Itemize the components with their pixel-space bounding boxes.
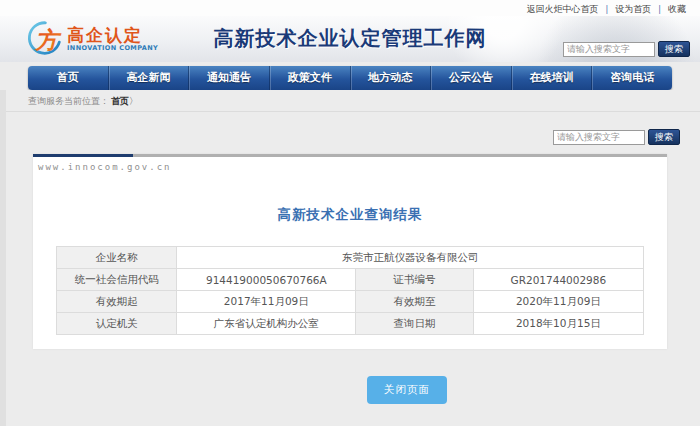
link-separator: | [658,5,661,14]
cell-valid-to-label: 有效期至 [356,291,473,313]
cell-credit-code-value: 91441900050670766A [177,269,356,291]
cell-valid-from-label: 有效期起 [57,291,177,313]
close-button-row: 关闭页面 [0,376,700,404]
link-set-homepage[interactable]: 设为首页 [615,4,651,14]
nav-item-policies[interactable]: 政策文件 [269,66,350,90]
content-search-row: 搜索 [0,112,700,145]
result-title: 高新技术企业查询结果 [33,206,667,224]
table-row: 企业名称 东莞市正航仪器设备有限公司 [57,247,644,269]
breadcrumb-current[interactable]: 首页 [111,96,129,106]
site-header: 方 高企认定 INNOVATION COMPANY 高新技术企业认定管理工作网 … [0,16,700,62]
nav-item-news[interactable]: 高企新闻 [108,66,189,90]
cell-credit-code-label: 统一社会信用代码 [57,269,177,291]
nav-item-notices[interactable]: 通知通告 [188,66,269,90]
breadcrumb-arrow: 〉 [129,96,138,106]
header-search-button[interactable]: 搜索 [658,41,690,57]
cell-company-name-value: 东莞市正航仪器设备有限公司 [177,247,644,269]
nav-item-home[interactable]: 首页 [28,66,108,90]
site-url-watermark: www.innocom.gov.cn [38,162,667,172]
table-row: 认定机关 广东省认定机构办公室 查询日期 2018年10月15日 [57,313,644,335]
nav-item-phone[interactable]: 咨询电话 [591,66,672,90]
cell-cert-number-value: GR201744002986 [473,269,643,291]
link-torch-center-home[interactable]: 返回火炬中心首页 [527,4,599,14]
nav-item-publicity[interactable]: 公示公告 [430,66,511,90]
nav-item-local[interactable]: 地方动态 [350,66,431,90]
header-search-input[interactable] [563,42,655,57]
close-page-button[interactable]: 关闭页面 [367,376,447,404]
cell-authority-value: 广东省认定机构办公室 [177,313,356,335]
cell-query-date-label: 查询日期 [356,313,473,335]
nav-item-training[interactable]: 在线培训 [511,66,592,90]
link-favorite[interactable]: 收藏 [668,4,686,14]
cell-query-date-value: 2018年10月15日 [473,313,643,335]
cell-cert-number-label: 证书编号 [356,269,473,291]
cell-company-name-label: 企业名称 [57,247,177,269]
table-row: 有效期起 2017年11月09日 有效期至 2020年11月09日 [57,291,644,313]
table-row: 统一社会信用代码 91441900050670766A 证书编号 GR20174… [57,269,644,291]
cell-authority-label: 认定机关 [57,313,177,335]
header-search: 搜索 [563,41,690,57]
result-panel: www.innocom.gov.cn 高新技术企业查询结果 企业名称 东莞市正航… [33,154,667,349]
breadcrumb: 查询服务当前位置：首页〉 [0,90,700,112]
breadcrumb-prefix: 查询服务当前位置： [28,96,109,106]
result-table: 企业名称 东莞市正航仪器设备有限公司 统一社会信用代码 914419000506… [56,246,644,335]
cell-valid-from-value: 2017年11月09日 [177,291,356,313]
link-separator: | [606,5,609,14]
content-search-input[interactable] [553,130,645,145]
cell-valid-to-value: 2020年11月09日 [473,291,643,313]
content-search-button[interactable]: 搜索 [648,129,680,145]
content-search: 搜索 [553,129,680,145]
panel-accent-bar-dark [33,154,133,157]
main-nav: 首页 高企新闻 通知通告 政策文件 地方动态 公示公告 在线培训 咨询电话 [28,66,672,90]
panel-accent-bar [33,154,667,157]
page-left-edge [0,90,6,426]
top-utility-bar: 返回火炬中心首页|设为首页|收藏 [0,0,700,16]
